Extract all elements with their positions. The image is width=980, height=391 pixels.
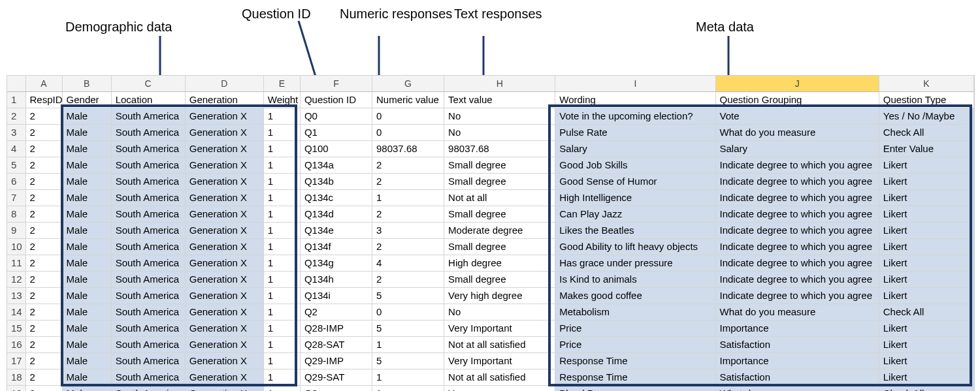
header-text-value[interactable]: Text value xyxy=(444,92,555,108)
cell[interactable]: What do you measure xyxy=(715,125,879,141)
cell[interactable]: Male xyxy=(62,386,111,392)
cell[interactable]: 1 xyxy=(263,288,300,304)
cell[interactable]: 1 xyxy=(263,272,300,288)
cell[interactable]: Likert xyxy=(879,255,973,272)
cell[interactable]: 2 xyxy=(25,206,62,223)
cell[interactable]: Q100 xyxy=(300,141,372,157)
cell[interactable]: Male xyxy=(62,141,111,157)
cell[interactable]: Likert xyxy=(879,174,973,190)
row-header[interactable]: 16 xyxy=(7,337,25,353)
cell[interactable]: 2 xyxy=(25,190,62,206)
cell[interactable]: Vote xyxy=(715,108,879,125)
cell[interactable]: Response Time xyxy=(555,353,715,369)
cell[interactable]: Good Ability to lift heavy objects xyxy=(555,239,715,255)
cell[interactable]: Generation X xyxy=(185,353,263,369)
cell[interactable]: Good Sense of Humor xyxy=(555,174,715,190)
cell[interactable]: Pulse Rate xyxy=(555,125,715,141)
cell[interactable]: Male xyxy=(62,206,111,223)
cell[interactable]: 1 xyxy=(263,190,300,206)
cell[interactable]: Very Important xyxy=(444,353,555,369)
cell[interactable]: Q134i xyxy=(300,288,372,304)
cell[interactable]: Likert xyxy=(879,353,973,369)
cell[interactable]: Yes / No /Maybe xyxy=(879,108,973,125)
cell[interactable]: Is Kind to animals xyxy=(555,272,715,288)
cell[interactable]: Male xyxy=(62,353,111,369)
cell[interactable]: 1 xyxy=(372,386,444,392)
cell[interactable]: Not at all xyxy=(444,190,555,206)
cell[interactable]: 1 xyxy=(263,353,300,369)
col-header-j[interactable]: J xyxy=(715,76,879,92)
cell[interactable]: Generation X xyxy=(185,304,263,321)
cell[interactable]: Male xyxy=(62,239,111,255)
col-header-d[interactable]: D xyxy=(185,76,263,92)
cell[interactable]: 2 xyxy=(372,239,444,255)
cell[interactable]: 4 xyxy=(372,255,444,272)
header-question-type[interactable]: Question Type xyxy=(879,92,973,108)
cell[interactable]: Good Job Skills xyxy=(555,157,715,174)
cell[interactable]: South America xyxy=(111,108,185,125)
cell[interactable]: Generation X xyxy=(185,223,263,239)
cell[interactable]: Male xyxy=(62,337,111,353)
cell[interactable]: Likert xyxy=(879,206,973,223)
row-header[interactable]: 9 xyxy=(7,223,25,239)
cell[interactable]: Metabolism xyxy=(555,304,715,321)
cell[interactable]: South America xyxy=(111,206,185,223)
cell[interactable]: Male xyxy=(62,223,111,239)
row-header[interactable]: 1 xyxy=(7,92,25,108)
col-header-f[interactable]: F xyxy=(300,76,372,92)
cell[interactable]: No xyxy=(444,108,555,125)
cell[interactable]: Likert xyxy=(879,157,973,174)
cell[interactable]: Indicate degree to which you agree xyxy=(715,288,879,304)
cell[interactable]: Enter Value xyxy=(879,141,973,157)
cell[interactable]: Male xyxy=(62,125,111,141)
cell[interactable]: Male xyxy=(62,369,111,386)
cell[interactable]: 2 xyxy=(25,337,62,353)
cell[interactable]: Q1 xyxy=(300,125,372,141)
cell[interactable]: Likert xyxy=(879,223,973,239)
col-header-e[interactable]: E xyxy=(263,76,300,92)
cell[interactable]: 2 xyxy=(25,353,62,369)
cell[interactable]: Likert xyxy=(879,288,973,304)
cell[interactable]: 1 xyxy=(263,108,300,125)
row-header[interactable]: 17 xyxy=(7,353,25,369)
row-header[interactable]: 11 xyxy=(7,255,25,272)
cell[interactable]: Q134e xyxy=(300,223,372,239)
cell[interactable]: Importance xyxy=(715,353,879,369)
cell[interactable]: 2 xyxy=(372,206,444,223)
cell[interactable]: No xyxy=(444,125,555,141)
cell[interactable]: 2 xyxy=(25,141,62,157)
cell[interactable]: 1 xyxy=(263,386,300,392)
header-generation[interactable]: Generation xyxy=(185,92,263,108)
cell[interactable]: Price xyxy=(555,321,715,337)
cell[interactable]: Indicate degree to which you agree xyxy=(715,174,879,190)
col-header-h[interactable]: H xyxy=(444,76,555,92)
header-question-grouping[interactable]: Question Grouping xyxy=(715,92,879,108)
row-header[interactable]: 2 xyxy=(7,108,25,125)
row-header[interactable]: 19 xyxy=(7,386,25,392)
cell[interactable]: South America xyxy=(111,304,185,321)
cell[interactable]: Very high degree xyxy=(444,288,555,304)
cell[interactable]: Small degree xyxy=(444,206,555,223)
cell[interactable]: 0 xyxy=(372,125,444,141)
row-header[interactable]: 4 xyxy=(7,141,25,157)
cell[interactable]: Likert xyxy=(879,239,973,255)
cell[interactable]: Q134b xyxy=(300,174,372,190)
cell[interactable]: 2 xyxy=(25,272,62,288)
cell[interactable]: Q2 xyxy=(300,304,372,321)
cell[interactable]: Vote in the upcoming election? xyxy=(555,108,715,125)
cell[interactable]: 1 xyxy=(372,190,444,206)
cell[interactable]: 2 xyxy=(25,369,62,386)
cell[interactable]: 1 xyxy=(263,141,300,157)
cell[interactable]: 98037.68 xyxy=(372,141,444,157)
row-header[interactable]: 6 xyxy=(7,174,25,190)
cell[interactable]: Indicate degree to which you agree xyxy=(715,223,879,239)
cell[interactable]: Generation X xyxy=(185,141,263,157)
cell[interactable]: Q134d xyxy=(300,206,372,223)
row-header[interactable]: 15 xyxy=(7,321,25,337)
cell[interactable]: South America xyxy=(111,174,185,190)
cell[interactable]: South America xyxy=(111,141,185,157)
cell[interactable]: South America xyxy=(111,223,185,239)
cell[interactable]: Moderate degree xyxy=(444,223,555,239)
cell[interactable]: South America xyxy=(111,369,185,386)
col-header-k[interactable]: K xyxy=(879,76,973,92)
